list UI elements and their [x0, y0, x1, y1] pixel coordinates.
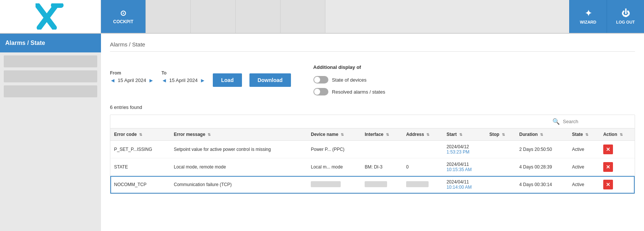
table-container: 🔍 Error code ⇅ Error message ⇅: [110, 115, 635, 194]
sidebar-header: Alarms / State: [0, 34, 101, 52]
to-date-group: To ◄ 15 April 2024 ►: [162, 70, 206, 83]
nav-tab-5[interactable]: [280, 0, 325, 33]
cell-action-1: ✕: [599, 141, 635, 158]
top-nav: ⊙ COCKPIT ✦ WIZARD ⏻ LOG OUT: [0, 0, 644, 34]
col-error-code: Error code ⇅: [110, 128, 170, 141]
cell-start-1: 2024/04/12 1:53:23 PM: [443, 141, 486, 158]
cell-address-2: 0: [402, 158, 443, 176]
table-row: NOCOMM_TCP Communication failure (TCP) 2…: [110, 176, 635, 194]
download-button[interactable]: Download: [249, 73, 291, 87]
from-date-value: 15 April 2024: [118, 77, 146, 83]
from-date-prev[interactable]: ◄: [110, 77, 116, 83]
wizard-icon: ✦: [585, 9, 592, 18]
nav-tabs: ⊙ COCKPIT: [101, 0, 569, 33]
nav-tab-2[interactable]: [146, 0, 191, 33]
cell-duration-3: 4 Days 00:30:14: [516, 176, 568, 194]
from-date-group: From ◄ 15 April 2024 ►: [110, 70, 154, 83]
search-bar: 🔍: [110, 115, 635, 128]
cell-device-name-3: [307, 176, 361, 194]
search-input[interactable]: [563, 119, 630, 124]
additional-display-header: Additional display of: [313, 64, 385, 70]
cell-stop-3: [486, 176, 516, 194]
sort-stop-icon[interactable]: ⇅: [502, 133, 505, 137]
sort-address-icon[interactable]: ⇅: [426, 133, 429, 137]
cell-duration-1: 2 Days 20:50:50: [516, 141, 568, 158]
sidebar-item-3[interactable]: [4, 85, 97, 97]
cell-state-1: Active: [568, 141, 599, 158]
col-state: State ⇅: [568, 128, 599, 141]
to-label: To: [162, 70, 206, 76]
sort-action-icon[interactable]: ⇅: [620, 133, 623, 137]
cell-error-message-1: Setpoint value for active power control …: [170, 141, 307, 158]
col-action: Action ⇅: [599, 128, 635, 141]
nav-tab-cockpit[interactable]: ⊙ COCKPIT: [101, 0, 146, 33]
logout-button[interactable]: ⏻ LOG OUT: [607, 0, 644, 33]
sort-start-icon[interactable]: ⇅: [459, 133, 462, 137]
cell-start-3: 2024/04/11 10:14:00 AM: [443, 176, 486, 194]
state-of-devices-toggle[interactable]: [313, 76, 328, 83]
cell-interface-2: BM: DI-3: [361, 158, 402, 176]
additional-display: Additional display of State of devices R…: [313, 64, 385, 95]
sort-error-code-icon[interactable]: ⇅: [139, 133, 142, 137]
resolved-alarms-row: Resolved alarms / states: [313, 88, 385, 95]
state-of-devices-row: State of devices: [313, 76, 385, 83]
logout-label: LOG OUT: [616, 20, 635, 24]
sort-error-message-icon[interactable]: ⇅: [208, 133, 211, 137]
cell-state-2: Active: [568, 158, 599, 176]
nav-tab-4[interactable]: [236, 0, 280, 33]
sort-state-icon[interactable]: ⇅: [585, 133, 588, 137]
sort-duration-icon[interactable]: ⇅: [540, 133, 543, 137]
sidebar-item-2[interactable]: [4, 70, 97, 82]
cell-interface-3-placeholder: [365, 181, 387, 187]
wizard-button[interactable]: ✦ WIZARD: [569, 0, 607, 33]
to-date-nav: ◄ 15 April 2024 ►: [162, 77, 206, 83]
to-date-next[interactable]: ►: [200, 77, 205, 83]
delete-button-3[interactable]: ✕: [603, 180, 613, 189]
cell-device-name-2: Local m... mode: [307, 158, 361, 176]
sidebar-item-1[interactable]: [4, 55, 97, 67]
cell-error-code-3: NOCOMM_TCP: [110, 176, 170, 194]
cell-state-3: Active: [568, 176, 599, 194]
from-date-nav: ◄ 15 April 2024 ►: [110, 77, 154, 83]
col-device-name: Device name ⇅: [307, 128, 361, 141]
table-row: STATE Local mode, remote mode Local m...…: [110, 158, 635, 176]
resolved-alarms-toggle[interactable]: [313, 88, 328, 95]
cell-action-3: ✕: [599, 176, 635, 194]
sort-interface-icon[interactable]: ⇅: [386, 133, 389, 137]
top-right-buttons: ✦ WIZARD ⏻ LOG OUT: [569, 0, 644, 33]
col-start: Start ⇅: [443, 128, 486, 141]
table-row: P_SET_P...ISSING Setpoint value for acti…: [110, 141, 635, 158]
load-button[interactable]: Load: [213, 73, 242, 87]
table-body: P_SET_P...ISSING Setpoint value for acti…: [110, 141, 635, 194]
col-stop: Stop ⇅: [486, 128, 516, 141]
logo-icon: [36, 3, 65, 30]
to-date-value: 15 April 2024: [169, 77, 197, 83]
cell-error-message-2: Local mode, remote mode: [170, 158, 307, 176]
cell-action-2: ✕: [599, 158, 635, 176]
search-icon: 🔍: [552, 118, 560, 125]
table-header-row: Error code ⇅ Error message ⇅ Device name…: [110, 128, 635, 141]
nav-tab-3[interactable]: [191, 0, 236, 33]
cell-interface-1: [361, 141, 402, 158]
delete-button-1[interactable]: ✕: [603, 145, 613, 154]
sort-device-name-icon[interactable]: ⇅: [341, 133, 344, 137]
sidebar: Alarms / State: [0, 34, 101, 231]
wizard-label: WIZARD: [580, 20, 597, 24]
cell-address-1: [402, 141, 443, 158]
nav-tab-cockpit-label: COCKPIT: [113, 19, 134, 24]
col-duration: Duration ⇅: [516, 128, 568, 141]
cell-device-name-3-placeholder: [311, 181, 341, 187]
cell-stop-2: [486, 158, 516, 176]
from-date-next[interactable]: ►: [148, 77, 154, 83]
col-error-message: Error message ⇅: [170, 128, 307, 141]
cockpit-icon: ⊙: [120, 9, 126, 18]
breadcrumb: Alarms / State: [110, 41, 635, 52]
entries-count: 6 entries found: [110, 104, 635, 110]
cell-stop-1: [486, 141, 516, 158]
cell-error-message-3: Communication failure (TCP): [170, 176, 307, 194]
delete-button-2[interactable]: ✕: [603, 162, 613, 172]
main-layout: Alarms / State Alarms / State From ◄ 15 …: [0, 34, 644, 231]
to-date-prev[interactable]: ◄: [162, 77, 167, 83]
col-interface: Interface ⇅: [361, 128, 402, 141]
cell-duration-2: 4 Days 00:28:39: [516, 158, 568, 176]
